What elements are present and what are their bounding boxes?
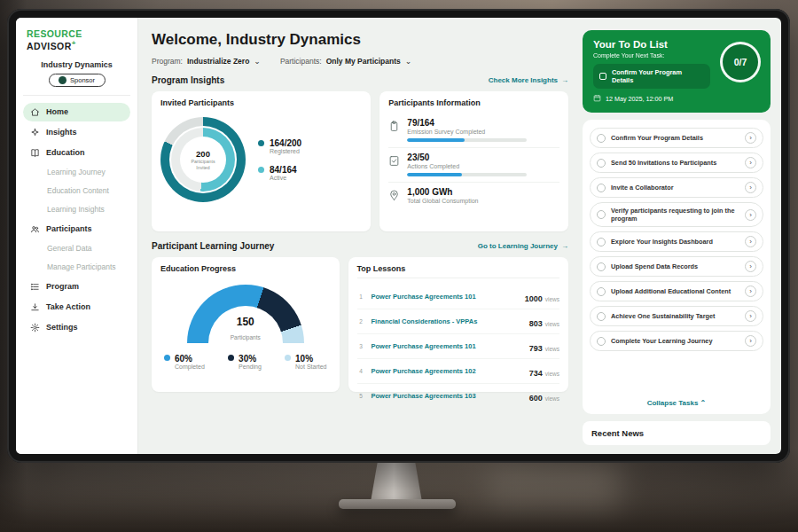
- download-icon: [30, 302, 40, 312]
- sidebar-nav: Home Insights Education Learning Journey…: [23, 103, 130, 337]
- logo-plus: +: [72, 39, 76, 47]
- chevron-up-icon: ⌃: [700, 399, 707, 407]
- card-title: Invited Participants: [160, 98, 362, 107]
- org-name: Industry Dynamics: [23, 60, 130, 69]
- task-checkbox[interactable]: [597, 238, 606, 246]
- sidebar-item-insights[interactable]: Insights: [23, 123, 130, 142]
- chevron-right-icon[interactable]: ›: [745, 286, 756, 297]
- legend-dot: [164, 355, 170, 361]
- lesson-link[interactable]: Power Purchase Agreements 101: [372, 342, 523, 350]
- participants-filter[interactable]: Participants: Only My Participants ⌄: [280, 57, 411, 66]
- program-insights-cards: Invited Participants 200 Participants In…: [152, 91, 568, 231]
- sidebar-item-home[interactable]: Home: [23, 103, 130, 121]
- task-item[interactable]: Complete Your Learning Journey ›: [590, 331, 763, 351]
- task-item[interactable]: Achieve One Sustainability Target ›: [590, 306, 763, 326]
- task-item[interactable]: Send 50 Invitations to Participants ›: [590, 153, 763, 173]
- sidebar-item-education[interactable]: Education: [23, 144, 130, 162]
- sidebar-item-learning-journey[interactable]: Learning Journey: [23, 164, 130, 181]
- filter-bar: Program: Industrialize Zero ⌄ Participan…: [152, 57, 568, 66]
- list-icon: [30, 282, 40, 292]
- chevron-right-icon[interactable]: ›: [745, 209, 756, 221]
- book-icon: [30, 148, 40, 158]
- task-item[interactable]: Upload Additional Educational Content ›: [590, 281, 763, 301]
- program-insights-header: Program Insights Check More Insights →: [152, 75, 568, 85]
- task-checkbox[interactable]: [597, 159, 606, 168]
- task-item[interactable]: Verify participants requesting to join t…: [590, 202, 763, 227]
- lesson-row: 1 Power Purchase Agreements 101 1000view…: [357, 285, 560, 309]
- sidebar-item-education-content[interactable]: Education Content: [23, 183, 130, 200]
- info-row-consumption: 1,000 GWh Total Global Consumption: [388, 183, 559, 213]
- invited-donut-chart: 200 Participants Invited: [160, 117, 246, 202]
- monitor-bezel: RESOURCE ADVISOR+ Industry Dynamics Spon…: [7, 9, 790, 463]
- sidebar-item-learning-insights[interactable]: Learning Insights: [23, 201, 130, 218]
- task-item[interactable]: Invite a Collaborator ›: [590, 177, 763, 198]
- task-checkbox[interactable]: [597, 287, 606, 296]
- sidebar-item-label: Home: [46, 107, 68, 116]
- task-checkbox[interactable]: [597, 337, 606, 346]
- task-item[interactable]: Explore Your Insights Dashboard ›: [590, 231, 763, 252]
- card-title: Top Lessons: [357, 264, 560, 278]
- task-checkbox[interactable]: [597, 134, 606, 143]
- check-more-insights-link[interactable]: Check More Insights →: [489, 76, 568, 84]
- task-checkbox[interactable]: [597, 262, 606, 271]
- legend-pending: 30% Pending: [228, 354, 262, 370]
- sidebar-header: RESOURCE ADVISOR+ Industry Dynamics Spon…: [23, 28, 130, 96]
- sponsor-badge[interactable]: Sponsor: [49, 74, 106, 87]
- monitor-stand-base: [339, 499, 456, 509]
- learning-journey-header: Participant Learning Journey Go to Learn…: [152, 241, 568, 251]
- todo-task-list: Confirm Your Program Details › Send 50 I…: [583, 120, 771, 414]
- home-icon: [30, 107, 40, 117]
- app-window: RESOURCE ADVISOR+ Industry Dynamics Spon…: [16, 18, 781, 454]
- section-title-program-insights: Program Insights: [152, 75, 224, 85]
- sparkle-icon: [30, 128, 40, 137]
- next-task-pill[interactable]: Confirm Your Program Details: [593, 64, 710, 89]
- sidebar-item-take-action[interactable]: Take Action: [23, 298, 130, 317]
- education-gauge-center: 150 Participants: [187, 317, 304, 343]
- lesson-link[interactable]: Power Purchase Agreements 101: [372, 293, 519, 301]
- education-legend: 60% Completed 30% Pending: [160, 354, 331, 370]
- task-checkbox[interactable]: [597, 184, 606, 192]
- info-row-emission-survey: 79/164 Emission Survey Completed: [388, 113, 559, 148]
- task-checkbox[interactable]: [597, 210, 606, 219]
- chevron-right-icon[interactable]: ›: [745, 182, 756, 193]
- task-item[interactable]: Confirm Your Program Details ›: [590, 128, 763, 148]
- chevron-right-icon[interactable]: ›: [745, 236, 756, 247]
- card-title: Participants Information: [388, 98, 559, 107]
- arrow-right-icon: →: [561, 242, 568, 250]
- lesson-row: 5 Power Purchase Agreements 103 600views: [357, 384, 560, 408]
- sidebar-item-manage-participants[interactable]: Manage Participants: [23, 259, 130, 276]
- program-filter[interactable]: Program: Industrialize Zero ⌄: [152, 57, 261, 66]
- collapse-tasks-link[interactable]: Collapse Tasks ⌃: [590, 395, 763, 409]
- clipboard-icon: [388, 120, 400, 131]
- arrow-right-icon: →: [561, 76, 568, 84]
- recent-news-header[interactable]: Recent News: [583, 421, 771, 445]
- chevron-right-icon[interactable]: ›: [745, 261, 756, 272]
- learning-journey-cards: Education Progress 150 Participants: [152, 257, 568, 392]
- invited-donut-ring-outer: 200 Participants Invited: [160, 117, 246, 202]
- sidebar-item-program[interactable]: Program: [23, 278, 130, 296]
- lesson-link[interactable]: Financial Considerations - VPPAs: [372, 317, 523, 325]
- lesson-link[interactable]: Power Purchase Agreements 102: [372, 367, 523, 375]
- go-to-learning-journey-link[interactable]: Go to Learning Journey →: [478, 242, 568, 250]
- checkbox-icon[interactable]: [599, 73, 606, 80]
- todo-panel: Your To Do List Complete Your Next Task:…: [579, 18, 781, 454]
- sidebar-item-general-data[interactable]: General Data: [23, 240, 130, 257]
- task-checkbox[interactable]: [597, 312, 606, 321]
- chevron-right-icon[interactable]: ›: [745, 157, 756, 168]
- card-title: Education Progress: [160, 264, 331, 273]
- top-lessons-card: Top Lessons 1 Power Purchase Agreements …: [348, 257, 569, 392]
- task-item[interactable]: Upload Spend Data Records ›: [590, 256, 763, 277]
- lesson-link[interactable]: Power Purchase Agreements 103: [372, 392, 523, 400]
- monitor-stand-neck: [371, 460, 422, 502]
- chevron-right-icon[interactable]: ›: [745, 132, 756, 144]
- chevron-right-icon[interactable]: ›: [745, 335, 756, 347]
- legend-dot: [285, 355, 291, 361]
- sidebar-item-settings[interactable]: Settings: [23, 318, 130, 337]
- main-content: Welcome, Industry Dynamics Program: Indu…: [138, 18, 579, 454]
- invited-legend: 164/200 Registered 84/164 Active: [258, 138, 301, 181]
- chevron-right-icon[interactable]: ›: [745, 310, 756, 322]
- sidebar-item-participants[interactable]: Participants: [23, 220, 130, 239]
- legend-completed: 60% Completed: [164, 354, 205, 370]
- todo-progress-value: 0/7: [734, 57, 747, 67]
- invited-donut-center: 200 Participants Invited: [180, 137, 226, 183]
